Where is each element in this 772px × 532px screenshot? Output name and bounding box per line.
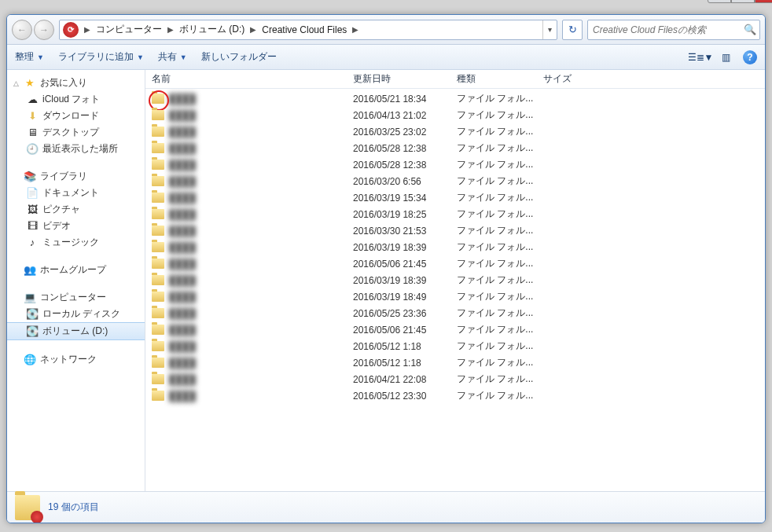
file-type: ファイル フォル... bbox=[450, 207, 537, 221]
file-type: ファイル フォル... bbox=[450, 158, 537, 171]
documents-icon: 📄 bbox=[26, 187, 39, 200]
window-controls: _ □ ✕ bbox=[708, 0, 772, 5]
folder-icon bbox=[152, 292, 164, 302]
computer-header[interactable]: 💻コンピューター bbox=[7, 289, 145, 306]
favorites-header[interactable]: △★お気に入り bbox=[7, 75, 145, 91]
table-row[interactable]: ████2016/05/12 23:30ファイル フォル... bbox=[145, 387, 765, 404]
folder-icon bbox=[152, 358, 164, 368]
back-button[interactable]: ← bbox=[12, 20, 32, 40]
chevron-down-icon: ▼ bbox=[137, 53, 144, 61]
new-folder-button[interactable]: 新しいフォルダー bbox=[201, 50, 277, 64]
table-row[interactable]: ████2016/03/19 18:39ファイル フォル... bbox=[145, 239, 765, 255]
folder-icon bbox=[152, 226, 164, 236]
organize-label: 整理 bbox=[15, 50, 34, 64]
sidebar-item-recent[interactable]: 🕘最近表示した場所 bbox=[7, 141, 145, 157]
table-row[interactable]: ████2016/05/21 18:34ファイル フォル... bbox=[145, 90, 765, 107]
chevron-right-icon[interactable]: ▶ bbox=[82, 25, 93, 34]
col-size[interactable]: サイズ bbox=[537, 72, 592, 86]
network-header[interactable]: 🌐ネットワーク bbox=[7, 351, 145, 368]
sidebar-item-desktop[interactable]: 🖥デスクトップ bbox=[7, 124, 145, 141]
chevron-right-icon[interactable]: ▶ bbox=[248, 25, 259, 34]
table-row[interactable]: ████2016/03/19 18:49ファイル フォル... bbox=[145, 288, 765, 305]
col-type[interactable]: 種類 bbox=[450, 72, 537, 86]
sidebar-item-local-disk[interactable]: 💽ローカル ディスク bbox=[7, 306, 145, 322]
file-date: 2016/03/25 23:02 bbox=[347, 127, 450, 138]
organize-menu[interactable]: 整理 ▼ bbox=[15, 50, 44, 64]
table-row[interactable]: ████2016/05/25 23:36ファイル フォル... bbox=[145, 305, 765, 321]
sidebar-item-documents[interactable]: 📄ドキュメント bbox=[7, 185, 145, 201]
explorer-window: ← → ⟳ ▶ コンピューター ▶ ボリューム (D:) ▶ Creative … bbox=[6, 14, 766, 523]
breadcrumb-volume-d[interactable]: ボリューム (D:) bbox=[176, 23, 248, 36]
file-name: ████ bbox=[169, 341, 196, 352]
table-row[interactable]: ████2016/03/30 21:53ファイル フォル... bbox=[145, 222, 765, 239]
desktop-icon: 🖥 bbox=[26, 127, 39, 139]
homegroup-icon: 👥 bbox=[24, 264, 36, 277]
file-date: 2016/03/30 21:53 bbox=[347, 226, 450, 237]
col-date[interactable]: 更新日時 bbox=[347, 72, 450, 86]
search-input[interactable] bbox=[588, 24, 741, 35]
breadcrumb-computer[interactable]: コンピューター bbox=[93, 23, 165, 36]
view-options-button[interactable]: ☰≣ ▼ bbox=[693, 50, 708, 64]
table-row[interactable]: ████2016/04/13 21:02ファイル フォル... bbox=[145, 107, 765, 123]
table-row[interactable]: ████2016/03/20 6:56ファイル フォル... bbox=[145, 173, 765, 189]
preview-pane-button[interactable]: ▥ bbox=[718, 50, 733, 64]
sidebar-item-icloud[interactable]: ☁iCloud フォト bbox=[7, 91, 145, 108]
table-row[interactable]: ████2016/05/12 1:18ファイル フォル... bbox=[145, 354, 765, 371]
file-date: 2016/05/28 12:38 bbox=[347, 143, 450, 154]
table-row[interactable]: ████2016/05/28 12:38ファイル フォル... bbox=[145, 140, 765, 156]
sidebar-item-volume-d[interactable]: 💽ボリューム (D:) bbox=[7, 322, 145, 340]
libraries-group: 📚ライブラリ 📄ドキュメント 🖼ピクチャ 🎞ビデオ ♪ミュージック bbox=[7, 168, 145, 251]
column-headers: 名前 更新日時 種類 サイズ bbox=[145, 70, 765, 89]
search-icon[interactable]: 🔍 bbox=[741, 24, 759, 35]
computer-group: 💻コンピューター 💽ローカル ディスク 💽ボリューム (D:) bbox=[7, 289, 145, 340]
table-row[interactable]: ████2016/04/21 22:08ファイル フォル... bbox=[145, 371, 765, 387]
sidebar-item-videos[interactable]: 🎞ビデオ bbox=[7, 218, 145, 234]
close-button[interactable]: ✕ bbox=[755, 0, 772, 3]
share-menu[interactable]: 共有 ▼ bbox=[158, 50, 187, 64]
forward-button[interactable]: → bbox=[34, 20, 54, 40]
folder-icon bbox=[152, 143, 164, 153]
address-bar[interactable]: ⟳ ▶ コンピューター ▶ ボリューム (D:) ▶ Creative Clou… bbox=[59, 20, 557, 40]
table-row[interactable]: ████2016/03/19 18:25ファイル フォル... bbox=[145, 206, 765, 222]
music-icon: ♪ bbox=[26, 237, 39, 249]
file-date: 2016/03/19 18:25 bbox=[347, 209, 450, 220]
libraries-header[interactable]: 📚ライブラリ bbox=[7, 168, 145, 185]
table-row[interactable]: ████2016/05/12 1:18ファイル フォル... bbox=[145, 338, 765, 354]
help-button[interactable]: ? bbox=[743, 50, 757, 64]
chevron-right-icon[interactable]: ▶ bbox=[165, 25, 176, 34]
network-group: 🌐ネットワーク bbox=[7, 351, 145, 368]
file-name: ████ bbox=[169, 176, 196, 187]
maximize-button[interactable]: □ bbox=[731, 0, 755, 3]
table-row[interactable]: ████2016/05/06 21:45ファイル フォル... bbox=[145, 255, 765, 272]
file-date: 2016/04/13 21:02 bbox=[347, 110, 450, 121]
chevron-right-icon[interactable]: ▶ bbox=[350, 25, 361, 34]
minimize-button[interactable]: _ bbox=[708, 0, 731, 3]
table-row[interactable]: ████2016/03/19 15:34ファイル フォル... bbox=[145, 189, 765, 206]
table-row[interactable]: ████2016/05/28 12:38ファイル フォル... bbox=[145, 156, 765, 173]
pictures-icon: 🖼 bbox=[26, 204, 39, 216]
sidebar-item-music[interactable]: ♪ミュージック bbox=[7, 234, 145, 251]
table-row[interactable]: ████2016/03/25 23:02ファイル フォル... bbox=[145, 123, 765, 140]
computer-icon: 💻 bbox=[24, 292, 36, 304]
breadcrumb-creative-cloud-files[interactable]: Creative Cloud Files bbox=[259, 24, 350, 35]
refresh-button[interactable]: ↻ bbox=[562, 20, 583, 40]
address-dropdown[interactable]: ▾ bbox=[542, 20, 557, 39]
file-name: ████ bbox=[169, 292, 196, 303]
table-row[interactable]: ████2016/05/06 21:45ファイル フォル... bbox=[145, 321, 765, 338]
col-name[interactable]: 名前 bbox=[145, 72, 347, 86]
file-type: ファイル フォル... bbox=[450, 125, 537, 138]
sidebar-item-pictures[interactable]: 🖼ピクチャ bbox=[7, 201, 145, 218]
file-type: ファイル フォル... bbox=[450, 290, 537, 303]
table-row[interactable]: ████2016/03/19 18:39ファイル フォル... bbox=[145, 272, 765, 288]
add-to-library-menu[interactable]: ライブラリに追加 ▼ bbox=[58, 50, 144, 64]
homegroup-header[interactable]: 👥ホームグループ bbox=[7, 262, 145, 278]
file-name: ████ bbox=[169, 259, 196, 270]
file-type: ファイル フォル... bbox=[450, 224, 537, 237]
star-icon: ★ bbox=[24, 77, 36, 90]
file-date: 2016/05/06 21:45 bbox=[347, 325, 450, 336]
file-date: 2016/03/19 18:39 bbox=[347, 275, 450, 286]
sidebar-item-downloads[interactable]: ⬇ダウンロード bbox=[7, 108, 145, 124]
search-box[interactable]: 🔍 bbox=[587, 20, 760, 40]
file-type: ファイル フォル... bbox=[450, 356, 537, 369]
folder-icon bbox=[152, 193, 164, 203]
